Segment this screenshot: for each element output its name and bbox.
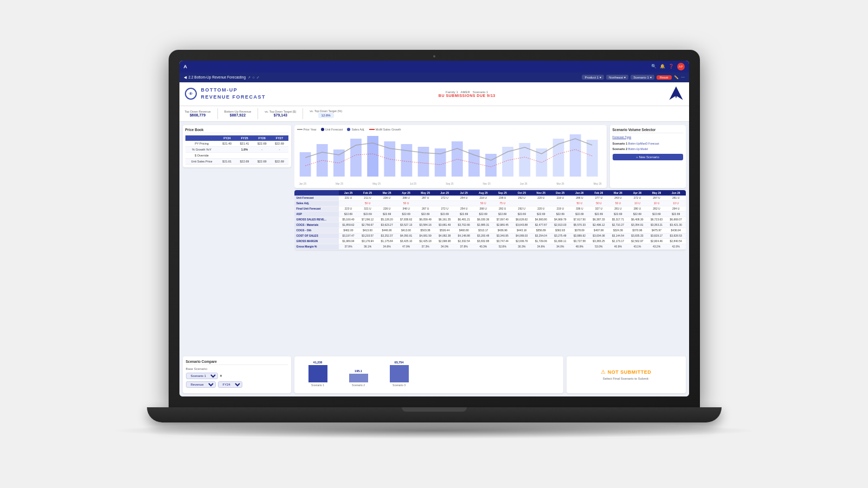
cell: 282 U <box>647 206 666 211</box>
price-col-empty <box>185 135 218 141</box>
cell: $3,176.94 <box>358 238 377 244</box>
cell: 34.6% <box>531 244 551 249</box>
cell: $2,710.27 <box>608 222 628 227</box>
cell: 272 U <box>628 196 647 201</box>
col-jan25: Jan 25 <box>339 190 358 196</box>
price-cell: $22.69 <box>271 158 288 164</box>
scenario-compare-filters: Base Scenario: <box>186 367 288 370</box>
col-apr25: Apr 25 <box>396 190 416 196</box>
breadcrumb-icons: ↗ ☆ ⤢ <box>248 75 259 79</box>
price-cell: $22.69 <box>236 158 253 164</box>
new-scenario-button[interactable]: + New Scenario <box>613 154 683 160</box>
cell: 226 U <box>377 196 397 201</box>
cell: 47.9% <box>396 244 416 249</box>
cell: $3,354.91 <box>628 222 647 227</box>
table-row: Sales Adj. 50 U50 U50 U75 U50 U50 U50 U1… <box>294 200 686 206</box>
cell: $1,980.94 <box>339 238 358 244</box>
row-cogs-materials: COGS - Materials <box>294 222 339 227</box>
cell: 231 U <box>339 196 358 201</box>
cell: 34.0% <box>551 244 570 249</box>
cell: 10 U <box>647 200 666 206</box>
cell: $4,082.38 <box>435 233 454 238</box>
region-filter[interactable]: Northeast ▾ <box>606 75 628 80</box>
expand-icon[interactable]: ⤢ <box>256 75 259 79</box>
cell: $22.69 <box>493 211 512 217</box>
base-scenario-select[interactable]: Scenario 1 <box>186 373 218 379</box>
product-filter[interactable]: Product 1 ▾ <box>582 75 604 80</box>
bar-2 <box>349 374 368 382</box>
cell: 254 U <box>454 196 474 201</box>
back-arrow[interactable]: ◀ <box>184 75 187 80</box>
month-label: Mar 25 <box>336 183 343 185</box>
cell: 327 U <box>589 206 609 211</box>
reset-button[interactable]: Reset <box>657 75 672 80</box>
cell: $22.69 <box>531 211 551 217</box>
price-cell: - <box>271 146 288 152</box>
month-label: Jan 25 <box>299 183 307 185</box>
cell: 272 U <box>435 196 454 201</box>
more-icon[interactable]: ⋯ <box>681 75 685 80</box>
main-content: 👁 BOTTOM-UP REVENUE FORECAST Family 1 AM… <box>179 82 689 396</box>
price-row-label: PY Pricing <box>185 141 218 147</box>
cell: $22.69 <box>628 211 647 217</box>
cell: $6,387.33 <box>589 217 609 222</box>
laptop-shadow <box>109 422 760 439</box>
user-avatar[interactable]: AP <box>677 63 685 70</box>
col-jun25: Jun 25 <box>435 190 454 196</box>
laptop-screen: A 🔍 🔔 ❓ AP ◀ 2.2 Bottom-Up R <box>179 61 689 396</box>
cell: $5,570.33 <box>570 222 589 227</box>
cell: $3,829.17 <box>647 233 666 238</box>
svg-rect-5 <box>384 141 395 177</box>
search-icon[interactable]: 🔍 <box>651 64 657 69</box>
scenario2-item: Scenario 2 Bottm-Up Model <box>613 146 683 152</box>
edit-icon[interactable]: ✏️ <box>674 75 679 80</box>
share-icon[interactable]: ↗ <box>248 75 250 79</box>
price-col-fy24: FY24 <box>218 135 236 141</box>
submission-notice: BU SUBMISSIONS DUE 9/13 <box>439 94 496 97</box>
cell: 267 U <box>416 206 435 211</box>
cell: $22.69 <box>473 211 493 217</box>
star-icon[interactable]: ☆ <box>252 75 255 79</box>
cell: 281 U <box>666 196 686 201</box>
legend-label-sales: Sales Adj. <box>351 128 364 131</box>
cell: 336 U <box>570 206 589 211</box>
year-filter-select[interactable]: FY24 <box>218 381 242 388</box>
cell: $7,617.50 <box>570 217 589 222</box>
price-cell: $21.61 <box>218 158 236 164</box>
left-column: Price Book FY24 FY25 FY26 <box>183 125 291 353</box>
cell: 50 U <box>608 200 628 206</box>
chart-legend: Prior Year Unit Forecast <box>297 128 604 131</box>
cell: $3,584.16 <box>416 222 435 227</box>
bell-icon[interactable]: 🔔 <box>660 64 665 69</box>
cell: $2,332.54 <box>454 238 474 244</box>
compare-filter-row: Revenue FY24 <box>186 381 288 388</box>
cell: 10 U <box>628 200 647 206</box>
cell: $6,626.62 <box>512 217 532 222</box>
legend-line-mom <box>369 129 375 130</box>
cell: 43.1% <box>628 244 647 249</box>
cell: 48.9% <box>570 244 589 249</box>
row-cogs-other: COGS - Oth <box>294 227 339 233</box>
cell: $2,098.98 <box>435 238 454 244</box>
close-scenario-icon[interactable]: ✕ <box>220 374 222 378</box>
table-row: Unit Sales Price $21.61 $22.69 $22.69 $2… <box>185 158 288 164</box>
col-feb26: Feb 26 <box>589 190 609 196</box>
cell: $3,197.47 <box>339 233 358 238</box>
right-column: Prior Year Unit Forecast <box>294 125 686 353</box>
cell: 211 U <box>358 196 377 201</box>
forecast-title-line1: BOTTOM-UP <box>201 87 266 94</box>
cell: 53.0% <box>589 244 609 249</box>
top-nav: A 🔍 🔔 ❓ AP <box>179 61 689 73</box>
help-icon[interactable]: ❓ <box>668 64 674 69</box>
revenue-filter-select[interactable]: Revenue <box>186 381 216 388</box>
legend-prior-year: Prior Year <box>297 128 317 131</box>
cell: $3,889.92 <box>570 233 589 238</box>
price-cell: $22.69 <box>271 141 288 147</box>
cell: $6,030.36 <box>473 217 493 222</box>
cell: 254 U <box>454 206 474 211</box>
scenario-filter[interactable]: Scenario 1 ▾ <box>631 75 654 80</box>
cell: $4,969.79 <box>551 217 570 222</box>
cell: 219 U <box>551 206 570 211</box>
legend-mom-growth: MoM Sales Growth <box>369 128 401 131</box>
bar-1 <box>308 365 327 382</box>
